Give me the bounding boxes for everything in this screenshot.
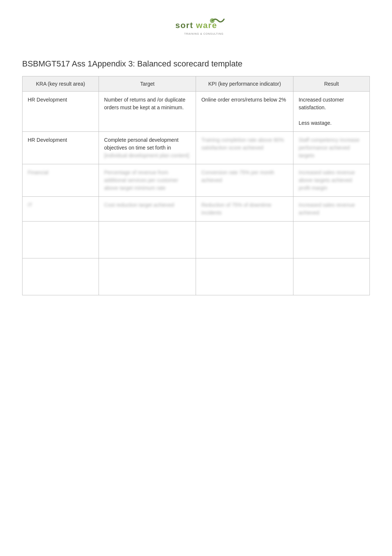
target-value: Complete personal development objectives… (104, 136, 190, 159)
kpi-value: Online order errors/returns below 2% (201, 96, 288, 104)
cell-target-empty (99, 222, 196, 258)
cell-result-empty (293, 222, 369, 258)
cell-kpi-empty (196, 222, 293, 258)
cell-kra: HR Development (23, 92, 99, 132)
cell-kpi: Conversion rate 75% per month achieved (196, 164, 293, 197)
cell-target: Number of returns and /or duplicate orde… (99, 92, 196, 132)
cell-result: Staff competency increase performance ac… (293, 132, 369, 164)
result-value: Increased customer satisfaction.Less was… (299, 96, 364, 127)
target-value-blurred: Percentage of revenue from additional se… (104, 169, 190, 192)
cell-result: Increased sales revenue above targets ac… (293, 164, 369, 197)
table-row: IT Cost reduction target achieved Reduct… (23, 197, 370, 222)
header-kpi: KPI (key performance indicator) (196, 76, 293, 92)
cell-kra: HR Development (23, 132, 99, 164)
cell-result: Increased customer satisfaction.Less was… (293, 92, 369, 132)
table-row-empty (23, 222, 370, 258)
cell-kpi: Online order errors/returns below 2% (196, 92, 293, 132)
kpi-value-blurred: Training completion rate above 90% satis… (201, 136, 288, 152)
scorecard-table: KRA (key result area) Target KPI (key pe… (22, 76, 370, 295)
kra-value-blurred: Financial (28, 169, 93, 176)
kra-value: HR Development (28, 96, 93, 104)
table-row: Financial Percentage of revenue from add… (23, 164, 370, 197)
company-logo: sort ware TRAINING & CONSULTING (166, 15, 226, 44)
target-value: Number of returns and /or duplicate orde… (104, 96, 190, 111)
target-value-blurred: Cost reduction target achieved (104, 201, 190, 209)
header-kra: KRA (key result area) (23, 76, 99, 92)
result-value-blurred: Increased sales revenue achieved (299, 201, 364, 217)
cell-target: Cost reduction target achieved (99, 197, 196, 222)
kra-value-blurred: IT (28, 201, 93, 209)
cell-target: Complete personal development objectives… (99, 132, 196, 164)
kpi-value-blurred: Reduction of 75% of downtime incidents (201, 201, 288, 217)
cell-kpi: Training completion rate above 90% satis… (196, 132, 293, 164)
blurred-text: [individual development plan content] (104, 152, 189, 158)
table-header-row: KRA (key result area) Target KPI (key pe… (23, 76, 370, 92)
cell-target-empty (99, 258, 196, 295)
page-title: BSBMGT517 Ass 1Appendix 3: Balanced scor… (22, 59, 370, 69)
cell-kpi-empty (196, 258, 293, 295)
kpi-value-blurred: Conversion rate 75% per month achieved (201, 169, 288, 184)
cell-kra-empty (23, 258, 99, 295)
cell-result-empty (293, 258, 369, 295)
header-result: Result (293, 76, 369, 92)
header-target: Target (99, 76, 196, 92)
cell-result: Increased sales revenue achieved (293, 197, 369, 222)
cell-kra: IT (23, 197, 99, 222)
cell-kra: Financial (23, 164, 99, 197)
result-value-blurred: Increased sales revenue above targets ac… (299, 169, 364, 192)
logo-container: sort ware TRAINING & CONSULTING (22, 15, 370, 44)
table-row: HR Development Number of returns and /or… (23, 92, 370, 132)
result-value-blurred: Staff competency increase performance ac… (299, 136, 364, 159)
cell-kra-empty (23, 222, 99, 258)
svg-point-2 (210, 18, 215, 23)
cell-target: Percentage of revenue from additional se… (99, 164, 196, 197)
svg-text:TRAINING & CONSULTING: TRAINING & CONSULTING (184, 32, 224, 35)
kra-value: HR Development (28, 136, 93, 144)
table-row-empty (23, 258, 370, 295)
svg-text:sort: sort (175, 21, 193, 30)
table-row: HR Development Complete personal develop… (23, 132, 370, 164)
cell-kpi: Reduction of 75% of downtime incidents (196, 197, 293, 222)
